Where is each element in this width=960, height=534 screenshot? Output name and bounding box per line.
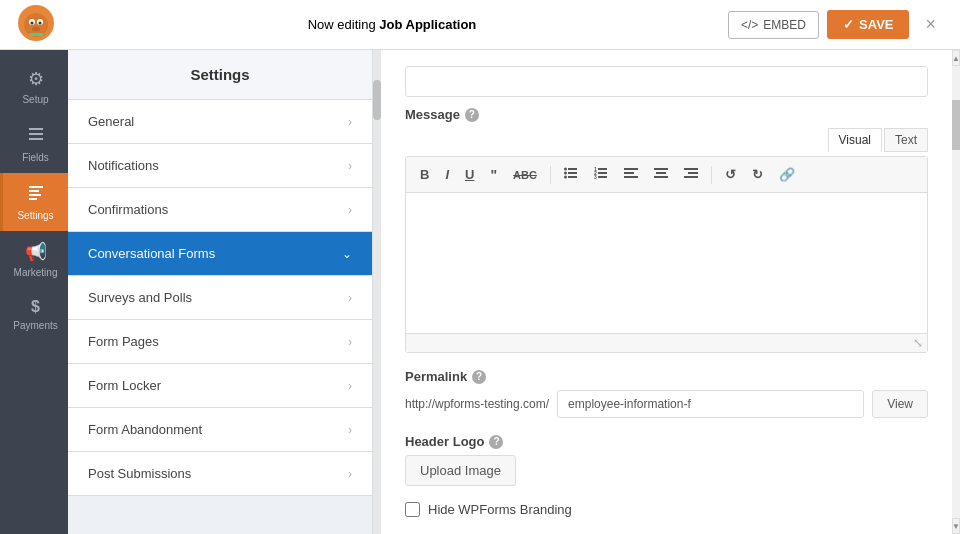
align-right-button[interactable]	[678, 162, 704, 187]
permalink-row: Permalink ? http://wpforms-testing.com/ …	[405, 369, 928, 418]
sidebar-item-notifications[interactable]: Notifications ›	[68, 144, 372, 188]
close-button[interactable]: ×	[917, 10, 944, 39]
svg-point-7	[39, 22, 42, 25]
nav-item-payments[interactable]: $ Payments	[0, 288, 68, 341]
sidebar-item-conversational-forms[interactable]: Conversational Forms ⌄	[68, 232, 372, 276]
nav-label-marketing: Marketing	[14, 267, 58, 278]
ul-icon	[564, 166, 578, 180]
bold-button[interactable]: B	[414, 163, 435, 186]
svg-rect-10	[29, 128, 43, 130]
link-button[interactable]: 🔗	[773, 163, 801, 186]
view-button[interactable]: View	[872, 390, 928, 418]
permalink-help-icon[interactable]: ?	[472, 370, 486, 384]
editor-tabs: Visual Text	[405, 128, 928, 152]
topbar: Now editing Job Application </> EMBED ✓ …	[0, 0, 960, 50]
fields-svg-icon	[27, 125, 45, 143]
embed-button[interactable]: </> EMBED	[728, 11, 819, 39]
sidebar-scroll-thumb[interactable]	[373, 80, 381, 120]
tab-visual[interactable]: Visual	[828, 128, 882, 152]
message-help-icon[interactable]: ?	[465, 108, 479, 122]
svg-rect-9	[29, 33, 43, 36]
svg-point-21	[564, 172, 567, 175]
permalink-input[interactable]	[557, 390, 864, 418]
svg-rect-31	[624, 176, 638, 178]
editor-resize-handle[interactable]: ⤡	[406, 333, 927, 352]
sidebar-item-form-pages[interactable]: Form Pages ›	[68, 320, 372, 364]
svg-rect-17	[568, 168, 577, 170]
permalink-label: Permalink ?	[405, 369, 928, 384]
editor-body[interactable]	[406, 193, 927, 333]
blockquote-button[interactable]: "	[484, 163, 503, 187]
svg-text:3: 3	[594, 174, 597, 180]
nav-item-marketing[interactable]: 📢 Marketing	[0, 231, 68, 288]
redo-button[interactable]: ↻	[746, 163, 769, 186]
ol-button[interactable]: 123	[588, 162, 614, 187]
align-center-button[interactable]	[648, 162, 674, 187]
italic-button[interactable]: I	[439, 163, 455, 186]
code-icon: </>	[741, 18, 758, 32]
tab-text[interactable]: Text	[884, 128, 928, 152]
scroll-up-arrow[interactable]: ▲	[952, 50, 960, 66]
chevron-icon: ›	[348, 291, 352, 305]
svg-rect-14	[29, 190, 39, 192]
permalink-base: http://wpforms-testing.com/	[405, 397, 549, 411]
save-button[interactable]: ✓ SAVE	[827, 10, 909, 39]
nav-item-setup[interactable]: ⚙ Setup	[0, 58, 68, 115]
ul-button[interactable]	[558, 162, 584, 187]
svg-rect-19	[568, 176, 577, 178]
sidebar-item-form-locker[interactable]: Form Locker ›	[68, 364, 372, 408]
svg-rect-12	[29, 138, 43, 140]
svg-point-6	[31, 22, 34, 25]
permalink-input-row: http://wpforms-testing.com/ View	[405, 390, 928, 418]
svg-rect-37	[684, 176, 698, 178]
svg-rect-23	[598, 168, 607, 170]
message-row: Message ? Visual Text B I U " ABC	[405, 66, 928, 353]
svg-rect-24	[598, 172, 607, 174]
hide-branding-checkbox[interactable]	[405, 502, 420, 517]
content-area: Message ? Visual Text B I U " ABC	[381, 50, 952, 534]
fields-icon	[27, 125, 45, 148]
chevron-icon: ›	[348, 335, 352, 349]
sidebar-item-post-submissions[interactable]: Post Submissions ›	[68, 452, 372, 496]
svg-rect-11	[29, 133, 43, 135]
sidebar-item-confirmations[interactable]: Confirmations ›	[68, 188, 372, 232]
message-label: Message ?	[405, 107, 928, 122]
subject-input[interactable]	[405, 66, 928, 97]
svg-rect-33	[656, 172, 666, 174]
chevron-icon: ›	[348, 467, 352, 481]
nav-label-fields: Fields	[22, 152, 49, 163]
upload-image-button[interactable]: Upload Image	[405, 455, 516, 486]
chevron-icon: ›	[348, 423, 352, 437]
strikethrough-button[interactable]: ABC	[507, 165, 543, 185]
hide-branding-label[interactable]: Hide WPForms Branding	[428, 502, 572, 517]
hide-branding-row: Hide WPForms Branding	[405, 502, 928, 517]
nav-item-settings[interactable]: Settings	[0, 173, 68, 231]
resize-icon: ⤡	[913, 336, 923, 350]
svg-rect-36	[688, 172, 698, 174]
chevron-icon: ›	[348, 115, 352, 129]
nav-item-fields[interactable]: Fields	[0, 115, 68, 173]
chevron-down-icon: ⌄	[342, 247, 352, 261]
header-logo-help-icon[interactable]: ?	[489, 435, 503, 449]
logo	[16, 3, 56, 46]
settings-sidebar: Settings General › Notifications › Confi…	[68, 50, 373, 534]
toolbar-separator-2	[711, 166, 712, 184]
sidebar-item-form-abandonment[interactable]: Form Abandonment ›	[68, 408, 372, 452]
ol-icon: 123	[594, 166, 608, 180]
sidebar-item-general[interactable]: General ›	[68, 100, 372, 144]
content-scroll-thumb[interactable]	[952, 100, 960, 150]
main-layout: ⚙ Setup Fields Settin	[0, 50, 960, 534]
scroll-down-arrow[interactable]: ▼	[952, 518, 960, 534]
payments-icon: $	[31, 298, 40, 316]
chevron-icon: ›	[348, 379, 352, 393]
nav-label-setup: Setup	[22, 94, 48, 105]
svg-point-20	[564, 168, 567, 171]
content-scrollbar[interactable]: ▲ ▼	[952, 50, 960, 534]
align-left-button[interactable]	[618, 162, 644, 187]
sidebar-item-surveys-polls[interactable]: Surveys and Polls ›	[68, 276, 372, 320]
underline-button[interactable]: U	[459, 163, 480, 186]
topbar-actions: </> EMBED ✓ SAVE ×	[728, 10, 944, 39]
undo-button[interactable]: ↺	[719, 163, 742, 186]
sidebar-scrollbar[interactable]	[373, 50, 381, 534]
editor-wrapper: B I U " ABC 123	[405, 156, 928, 353]
